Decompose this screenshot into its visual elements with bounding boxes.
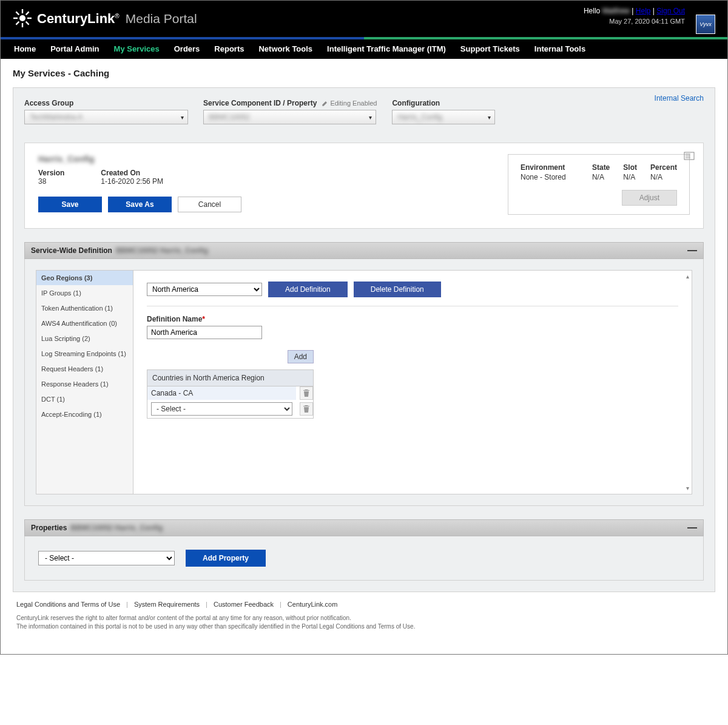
save-as-button[interactable]: Save As [108,197,172,212]
footer-link-customer-feedback[interactable]: Customer Feedback [214,601,274,608]
access-group-dropdown[interactable]: TechMahindra-A [24,110,188,124]
nav-portal-admin[interactable]: Portal Admin [43,39,106,59]
env-val-slot: N/A [623,173,637,181]
footer-links: Legal Conditions and Terms of Use|System… [16,601,712,608]
created-value: 1-16-2020 2:56 PM [101,177,163,186]
definition-select[interactable]: North America [147,283,262,296]
version-value: 38 [38,177,64,186]
definition-name-label: Definition Name* [147,315,678,323]
editing-enabled-indicator: Editing Enabled [322,99,377,107]
environment-box: Environment State Slot Percent None - St… [508,154,690,215]
access-group-label: Access Group [24,99,188,107]
footer-disclaimer-1: CenturyLink reserves the right to alter … [16,614,712,622]
definition-name-input[interactable] [147,326,262,339]
swd-body: Geo Regions (3)IP Groups (1)Token Authen… [24,259,704,506]
scid-col: Service Component ID / Property Editing … [203,99,377,124]
swd-main: ▴ North America Add Definition Delete De… [133,271,692,494]
created-label: Created On [101,169,163,177]
footer-link-system-requirements[interactable]: System Requirements [134,601,200,608]
adjust-button[interactable]: Adjust [622,190,677,206]
header-datetime: May 27, 2020 04:11 GMT [584,18,685,25]
scroll-up-icon[interactable]: ▴ [686,273,689,280]
add-definition-button[interactable]: Add Definition [268,282,348,297]
countries-box: Countries in North America Region Canada… [147,369,314,419]
document-icon[interactable] [684,152,695,160]
svg-point-0 [19,15,25,21]
nav-reports[interactable]: Reports [207,39,251,59]
save-button[interactable]: Save [38,197,102,212]
cancel-button[interactable]: Cancel [178,197,241,212]
version-label: Version [38,169,64,177]
access-group-col: Access Group TechMahindra-A [24,99,188,124]
pencil-icon [322,100,328,107]
delete-country-row-button[interactable] [300,402,313,416]
nav-support-tickets[interactable]: Support Tickets [453,39,527,59]
add-country-button[interactable]: Add [288,350,314,363]
config-dropdown[interactable]: Harris_Config [392,110,495,124]
footer-disclaimer-2: The information contained in this portal… [16,622,712,631]
env-head-state: State [592,163,610,172]
properties-select[interactable]: - Select - [38,551,175,565]
config-col: Configuration Harris_Config [392,99,495,124]
env-val-environment: None - Stored [521,173,579,181]
sidebar-item-dct-1-[interactable]: DCT (1) [36,392,133,407]
vyvx-logo: Vyvx [696,15,715,34]
sidebar-item-accept-encoding-1-[interactable]: Accept-Encoding (1) [36,407,133,422]
delete-country-button[interactable] [300,386,313,400]
config-summary-box: Harris_Config Version 38 Created On 1-16… [24,143,704,229]
scroll-down-icon[interactable]: ▾ [686,485,689,491]
svg-rect-3 [13,17,18,18]
sidebar-item-ip-groups-1-[interactable]: IP Groups (1) [36,286,133,301]
brand-title: CenturyLink® Media Portal [37,11,197,27]
swd-subtitle-blur: BBMC10052 Harris_Config [116,246,208,255]
properties-collapse-icon[interactable]: — [687,524,697,532]
svg-rect-5 [25,11,30,15]
add-property-button[interactable]: Add Property [186,550,266,567]
swd-header[interactable]: Service-Wide Definition BBMC10052 Harris… [24,242,704,259]
config-name: Harris_Config [38,154,241,164]
properties-subtitle-blur: BBMC10052 Harris_Config [70,524,163,532]
sidebar-item-response-headers-1-[interactable]: Response Headers (1) [36,377,133,392]
hello-label: Hello [584,7,600,15]
nav-intelligent-traffic-manager-itm-[interactable]: Intelligent Traffic Manager (ITM) [320,39,453,59]
env-head-slot: Slot [623,163,637,172]
sidebar-item-aws4-authentification-0-[interactable]: AWS4 Authentification (0) [36,316,133,331]
country-select[interactable]: - Select - [151,402,292,416]
properties-header[interactable]: Properties BBMC10052 Harris_Config — [24,519,704,536]
nav-my-services[interactable]: My Services [107,39,167,59]
nav-network-tools[interactable]: Network Tools [251,39,320,59]
scid-dropdown[interactable]: BBMC10052 [203,110,376,124]
svg-rect-6 [16,21,20,25]
help-link[interactable]: Help [636,7,651,15]
sidebar-item-geo-regions-3-[interactable]: Geo Regions (3) [36,271,133,286]
svg-rect-8 [25,21,30,25]
env-head-percent: Percent [650,163,677,172]
sidebar-item-request-headers-1-[interactable]: Request Headers (1) [36,362,133,377]
swd-sidebar: Geo Regions (3)IP Groups (1)Token Authen… [36,271,133,494]
internal-search-link[interactable]: Internal Search [655,94,704,103]
env-val-state: N/A [592,173,610,181]
page-title: My Services - Caching [13,68,715,78]
primary-nav: HomePortal AdminMy ServicesOrdersReports… [1,39,727,59]
svg-rect-2 [22,23,23,27]
nav-internal-tools[interactable]: Internal Tools [527,39,593,59]
signout-link[interactable]: Sign Out [656,7,685,15]
nav-home[interactable]: Home [7,39,43,59]
nav-orders[interactable]: Orders [167,39,207,59]
config-summary-left: Harris_Config Version 38 Created On 1-16… [38,154,241,215]
env-head-environment: Environment [521,163,579,172]
hello-username: Matthew [602,7,630,15]
footer-link-centurylink-com[interactable]: CenturyLink.com [288,601,338,608]
countries-header: Countries in North America Region [147,370,313,386]
footer-link-legal-conditions-and-terms-of-use[interactable]: Legal Conditions and Terms of Use [16,601,120,608]
properties-body: - Select - Add Property [24,536,704,581]
header-user-area: Hello Matthew | Help | Sign Out May 27, … [584,7,685,25]
swd-title: Service-Wide Definition [31,246,112,255]
sidebar-item-log-streaming-endpoints-1-[interactable]: Log Streaming Endpoints (1) [36,346,133,362]
swd-collapse-icon[interactable]: — [687,246,697,255]
sidebar-item-token-authentication-1-[interactable]: Token Authentication (1) [36,301,133,316]
config-label: Configuration [392,99,495,107]
sidebar-item-lua-scripting-2-[interactable]: Lua Scripting (2) [36,331,133,346]
delete-definition-button[interactable]: Delete Definition [354,282,441,297]
env-val-percent: N/A [650,173,677,181]
